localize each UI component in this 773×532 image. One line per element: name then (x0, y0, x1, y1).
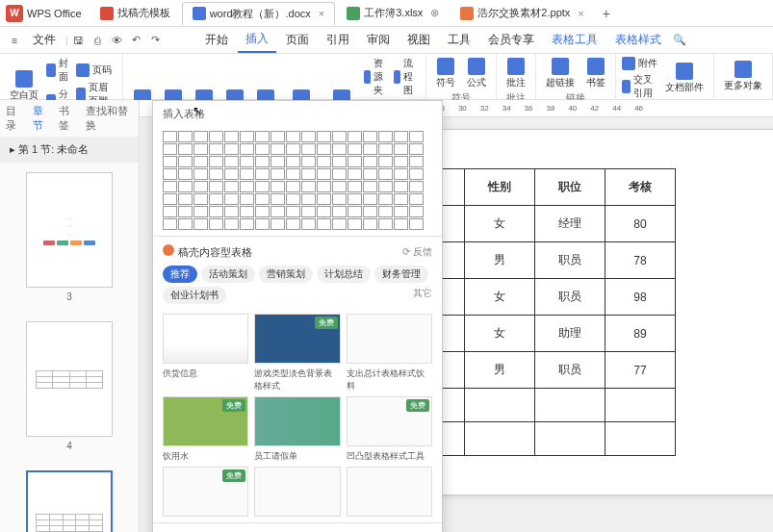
doc-icon (193, 7, 206, 20)
dropdown-header: 插入表格 ↖ (153, 101, 442, 127)
ribbon-group-page: 空白页 封面 分页 页码 页眉页脚 页 (0, 54, 123, 99)
cursor-icon: ↖ (193, 104, 202, 117)
menu-bar: ≡ 文件 | 🖫 ⎙ 👁 ↶ ↷ 开始 插入 页面 引用 审阅 视图 工具 会员… (0, 27, 773, 54)
other-link[interactable]: 其它 (413, 287, 432, 304)
sidebar-tab-find[interactable]: 查找和替换 (86, 104, 133, 133)
redo-icon[interactable]: ↷ (147, 32, 165, 49)
template-5[interactable] (254, 396, 340, 446)
menu-tools[interactable]: 工具 (440, 28, 478, 52)
pill-plan[interactable]: 计划总结 (317, 266, 371, 283)
save-icon[interactable]: 🖫 (70, 32, 88, 49)
more-button[interactable]: 更多对象 (720, 59, 766, 94)
sidebar-tab-toc[interactable]: 目录 (6, 104, 25, 133)
close-icon[interactable]: × (319, 8, 324, 19)
template-3[interactable] (347, 314, 432, 364)
sidebar-tab-bookmark[interactable]: 书签 (59, 104, 78, 133)
ribbon-group-comment: 批注 批注 (497, 54, 536, 99)
cover-button[interactable]: 封面 (46, 56, 72, 85)
doc-part-button[interactable]: 文档部件 (661, 61, 708, 96)
blank-page-button[interactable]: 空白页 (6, 68, 42, 104)
close-icon[interactable]: ⊗ (430, 7, 439, 19)
ribbon: 空白页 封面 分页 页码 页眉页脚 页 表格 图片 截屏 形状 图标 文本框 艺… (0, 54, 773, 100)
template-2[interactable]: 免费 (254, 314, 340, 364)
tab-template-store[interactable]: 找稿壳模板 (90, 2, 180, 25)
menu-review[interactable]: 审阅 (359, 28, 398, 52)
attachment-button[interactable]: 附件 (622, 56, 657, 71)
template-7[interactable]: 免费 (163, 467, 248, 517)
formula-button[interactable]: 公式 (463, 56, 490, 91)
preview-icon[interactable]: 👁 (109, 32, 126, 49)
pill-activity[interactable]: 活动策划 (201, 266, 255, 283)
table-size-grid[interactable] (153, 127, 442, 234)
template-8[interactable] (254, 467, 340, 517)
tab-workbook[interactable]: 工作簿3.xlsx⊗ (337, 2, 449, 25)
template-1[interactable] (163, 314, 248, 364)
bookmark-button[interactable]: 书签 (582, 56, 609, 91)
page-num-button[interactable]: 页码 (76, 63, 116, 78)
symbol-button[interactable]: 符号 (432, 56, 459, 91)
menu-member[interactable]: 会员专享 (480, 28, 542, 52)
template-section-title: 稿壳内容型表格 ⟳ 反馈 (153, 239, 442, 264)
app-name: WPS Office (27, 8, 82, 19)
template-6[interactable]: 免费 (347, 396, 432, 446)
undo-icon[interactable]: ↶ (128, 32, 145, 49)
insert-table-menu[interactable]: 插入表格(I) (153, 525, 442, 532)
menu-icon[interactable]: ≡ (6, 32, 23, 49)
search-icon[interactable]: 🔍 (671, 32, 688, 49)
ribbon-group-more: 更多对象 (714, 54, 773, 99)
thumb-page-5[interactable]: 5 (0, 461, 139, 532)
ribbon-group-parts: 附件 交叉引用 文档部件 部件 (616, 54, 714, 99)
link-button[interactable]: 超链接 (542, 56, 579, 91)
menu-table-tools[interactable]: 表格工具 (544, 28, 606, 52)
menu-page[interactable]: 页面 (278, 28, 317, 52)
ribbon-group-symbol: 符号 公式 符号 (426, 54, 497, 99)
template-4[interactable]: 免费 (163, 396, 248, 446)
navigation-sidebar: 目录 章节 书签 查找和替换 第 1 节: 未命名 ········· 3 4 … (0, 100, 140, 532)
file-menu[interactable]: 文件 (25, 28, 64, 52)
section-header[interactable]: 第 1 节: 未命名 (0, 137, 139, 163)
template-9[interactable] (347, 467, 432, 517)
thumb-page-4[interactable]: 4 (0, 312, 139, 461)
table-dropdown-panel: 插入表格 ↖ 稿壳内容型表格 ⟳ 反馈 推荐 活动策划 营销策划 计划总结 财务… (152, 100, 443, 532)
comment-button[interactable]: 批注 (502, 56, 529, 91)
ppt-icon (460, 7, 474, 20)
tab-ppt[interactable]: 浩尔交换素材2.pptx× (451, 2, 593, 25)
thumb-page-3[interactable]: ········· 3 (0, 163, 139, 312)
menu-table-style[interactable]: 表格样式 (607, 28, 669, 52)
new-tab-button[interactable]: + (595, 6, 618, 21)
resource-button[interactable]: 资源夹 (364, 56, 390, 98)
wps-icon (100, 7, 114, 20)
close-icon[interactable]: × (578, 8, 583, 19)
xls-icon (347, 7, 360, 20)
sidebar-tab-chapter[interactable]: 章节 (33, 104, 52, 133)
feedback-link[interactable]: ⟳ 反馈 (402, 245, 432, 259)
app-icon: W (6, 5, 23, 22)
menu-view[interactable]: 视图 (399, 28, 438, 52)
ribbon-group-insert: 表格 图片 截屏 形状 图标 文本框 艺术字 资源夹 智能图形 流程图 思维导图 (123, 54, 426, 99)
pill-marketing[interactable]: 营销策划 (259, 266, 313, 283)
category-pills: 推荐 活动策划 营销策划 计划总结 财务管理 创业计划书 其它 (153, 264, 442, 310)
tab-word-doc[interactable]: word教程（新）.docx× (182, 2, 336, 25)
cross-ref-button[interactable]: 交叉引用 (622, 72, 657, 101)
pill-finance[interactable]: 财务管理 (374, 266, 428, 283)
pill-business[interactable]: 创业计划书 (163, 287, 226, 304)
pill-recommend[interactable]: 推荐 (163, 266, 197, 283)
menu-start[interactable]: 开始 (197, 28, 236, 52)
flowchart-button[interactable]: 流程图 (394, 56, 420, 98)
title-bar: W WPS Office 找稿壳模板 word教程（新）.docx× 工作簿3.… (0, 0, 773, 27)
menu-reference[interactable]: 引用 (319, 28, 357, 52)
print-icon[interactable]: ⎙ (90, 32, 107, 49)
menu-insert[interactable]: 插入 (238, 27, 276, 53)
ribbon-group-link: 超链接 书签 链接 (536, 54, 616, 99)
